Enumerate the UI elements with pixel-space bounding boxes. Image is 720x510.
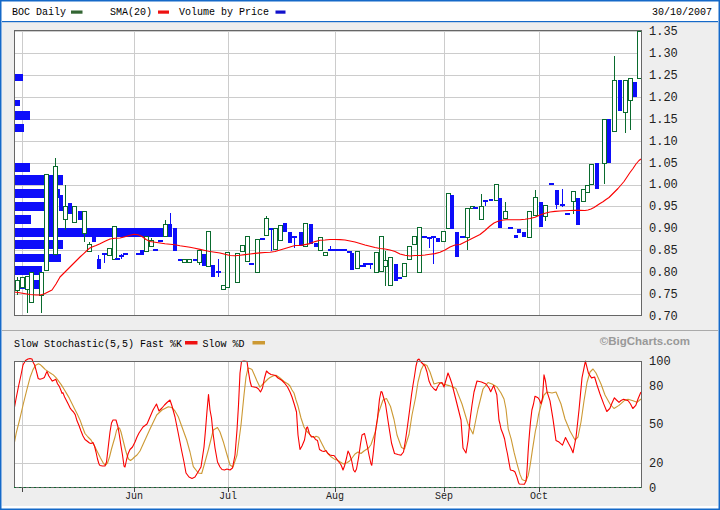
svg-text:100: 100: [649, 355, 671, 369]
svg-text:50: 50: [649, 418, 663, 432]
svg-text:BOC Daily: BOC Daily: [12, 7, 66, 18]
svg-text:1.20: 1.20: [649, 91, 678, 105]
svg-text:Jul: Jul: [219, 491, 237, 502]
svg-text:0.70: 0.70: [649, 310, 678, 324]
svg-text:Slow %D: Slow %D: [203, 339, 245, 350]
svg-text:1.00: 1.00: [649, 178, 678, 192]
svg-text:1.05: 1.05: [649, 157, 678, 171]
svg-text:Volume by Price: Volume by Price: [179, 7, 269, 18]
svg-text:Aug: Aug: [326, 491, 344, 502]
svg-text:30/10/2007: 30/10/2007: [652, 7, 712, 18]
svg-text:Jun: Jun: [125, 491, 143, 502]
svg-text:Oct: Oct: [530, 491, 548, 502]
svg-text:SMA(20): SMA(20): [110, 7, 152, 18]
svg-text:©BigCharts.com: ©BigCharts.com: [600, 335, 690, 347]
svg-text:1.15: 1.15: [649, 113, 678, 127]
svg-text:0.90: 0.90: [649, 222, 678, 236]
svg-text:1.25: 1.25: [649, 69, 678, 83]
svg-text:Slow Stochastic(5,5) Fast %K: Slow Stochastic(5,5) Fast %K: [14, 339, 182, 350]
svg-text:0.85: 0.85: [649, 244, 678, 258]
svg-text:0.95: 0.95: [649, 200, 678, 214]
svg-text:20: 20: [649, 457, 663, 471]
svg-text:1.35: 1.35: [649, 25, 678, 39]
svg-text:0: 0: [649, 482, 656, 496]
svg-text:1.10: 1.10: [649, 135, 678, 149]
svg-text:Sep: Sep: [435, 491, 453, 502]
svg-text:1.30: 1.30: [649, 47, 678, 61]
svg-text:0.80: 0.80: [649, 266, 678, 280]
svg-text:0.75: 0.75: [649, 288, 678, 302]
svg-text:80: 80: [649, 380, 663, 394]
